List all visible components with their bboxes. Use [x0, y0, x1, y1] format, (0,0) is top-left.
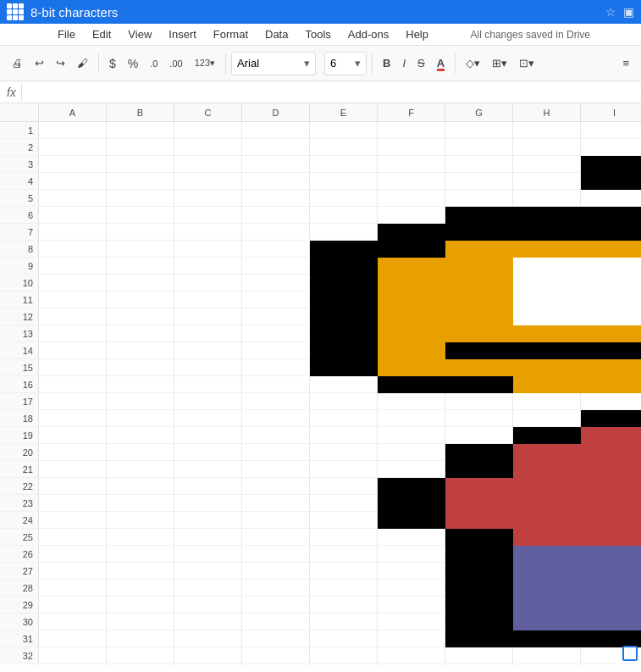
- cell[interactable]: [513, 495, 581, 512]
- cell[interactable]: [39, 207, 107, 224]
- cell[interactable]: [445, 173, 513, 190]
- col-header-G[interactable]: G: [445, 103, 513, 121]
- cell[interactable]: [445, 258, 513, 275]
- cell[interactable]: [378, 563, 445, 580]
- cell[interactable]: [513, 410, 581, 427]
- cell[interactable]: [378, 224, 445, 241]
- cell[interactable]: [242, 325, 310, 342]
- cell[interactable]: [445, 342, 513, 359]
- cell[interactable]: [242, 478, 310, 495]
- cell[interactable]: [242, 241, 310, 258]
- menu-file[interactable]: File: [51, 25, 82, 43]
- cell[interactable]: [513, 529, 581, 546]
- redo-button[interactable]: ↪: [51, 53, 70, 73]
- cell[interactable]: [445, 597, 513, 614]
- cell[interactable]: [310, 597, 378, 614]
- cell[interactable]: [174, 597, 242, 614]
- cell[interactable]: [581, 495, 641, 512]
- cell[interactable]: [378, 173, 445, 190]
- menu-edit[interactable]: Edit: [86, 25, 118, 43]
- cell[interactable]: [378, 275, 445, 292]
- cell[interactable]: [378, 156, 445, 173]
- cell[interactable]: [513, 325, 581, 342]
- cell[interactable]: [242, 410, 310, 427]
- cell[interactable]: [242, 173, 310, 190]
- cell[interactable]: [513, 563, 581, 580]
- cell[interactable]: [310, 359, 378, 376]
- cell[interactable]: [174, 580, 242, 597]
- cell[interactable]: [378, 325, 445, 342]
- menu-data[interactable]: Data: [258, 25, 295, 43]
- cell[interactable]: [310, 427, 378, 444]
- cell[interactable]: [310, 376, 378, 393]
- cell[interactable]: [581, 292, 641, 308]
- cell[interactable]: [310, 410, 378, 427]
- folder-icon[interactable]: ▣: [623, 5, 634, 19]
- cell[interactable]: [174, 427, 242, 444]
- cell[interactable]: [310, 122, 378, 139]
- cell[interactable]: [107, 630, 174, 647]
- format-123-button[interactable]: 123▾: [190, 54, 220, 72]
- cell[interactable]: [242, 529, 310, 546]
- cell[interactable]: [310, 156, 378, 173]
- cell[interactable]: [39, 410, 107, 427]
- cell[interactable]: [242, 292, 310, 308]
- cell[interactable]: [513, 393, 581, 410]
- cell[interactable]: [39, 342, 107, 359]
- cell[interactable]: [581, 241, 641, 258]
- cell[interactable]: [242, 342, 310, 359]
- cell[interactable]: [513, 546, 581, 563]
- cell[interactable]: [581, 461, 641, 478]
- cell[interactable]: [513, 275, 581, 292]
- cell[interactable]: [174, 461, 242, 478]
- cell[interactable]: [39, 630, 107, 647]
- cell[interactable]: [310, 647, 378, 664]
- cell[interactable]: [242, 393, 310, 410]
- cell[interactable]: [242, 614, 310, 630]
- currency-button[interactable]: $: [104, 53, 121, 74]
- cell[interactable]: [513, 376, 581, 393]
- cell[interactable]: [107, 376, 174, 393]
- decimal-inc-button[interactable]: .00: [164, 55, 187, 72]
- cell[interactable]: [445, 207, 513, 224]
- cell[interactable]: [513, 190, 581, 207]
- cell[interactable]: [39, 156, 107, 173]
- formula-input[interactable]: [27, 84, 634, 100]
- cell[interactable]: [513, 478, 581, 495]
- cell[interactable]: [581, 325, 641, 342]
- font-selector[interactable]: Arial ▾: [231, 52, 316, 75]
- cell[interactable]: [445, 410, 513, 427]
- cell[interactable]: [445, 224, 513, 241]
- menu-help[interactable]: Help: [399, 25, 435, 43]
- cell[interactable]: [242, 359, 310, 376]
- cell[interactable]: [174, 614, 242, 630]
- cell[interactable]: [310, 563, 378, 580]
- cell[interactable]: [310, 308, 378, 325]
- cell[interactable]: [378, 292, 445, 308]
- cell[interactable]: [378, 308, 445, 325]
- cell[interactable]: [581, 359, 641, 376]
- cell[interactable]: [107, 495, 174, 512]
- cell[interactable]: [378, 342, 445, 359]
- col-header-E[interactable]: E: [310, 103, 378, 121]
- borders-button[interactable]: ⊞▾: [487, 53, 512, 73]
- cell[interactable]: [581, 444, 641, 461]
- cell[interactable]: [513, 258, 581, 275]
- cell[interactable]: [513, 512, 581, 529]
- cell[interactable]: [39, 546, 107, 563]
- cell[interactable]: [174, 292, 242, 308]
- menu-tools[interactable]: Tools: [298, 25, 337, 43]
- cell[interactable]: [39, 495, 107, 512]
- menu-addons[interactable]: Add-ons: [341, 25, 395, 43]
- cell[interactable]: [378, 529, 445, 546]
- cell[interactable]: [513, 122, 581, 139]
- star-icon[interactable]: ☆: [605, 5, 616, 19]
- cell[interactable]: [107, 410, 174, 427]
- cell[interactable]: [39, 512, 107, 529]
- cell[interactable]: [378, 461, 445, 478]
- document-title[interactable]: 8-bit characters: [30, 5, 599, 19]
- cell[interactable]: [378, 207, 445, 224]
- cell[interactable]: [513, 597, 581, 614]
- cell[interactable]: [107, 546, 174, 563]
- cell[interactable]: [581, 342, 641, 359]
